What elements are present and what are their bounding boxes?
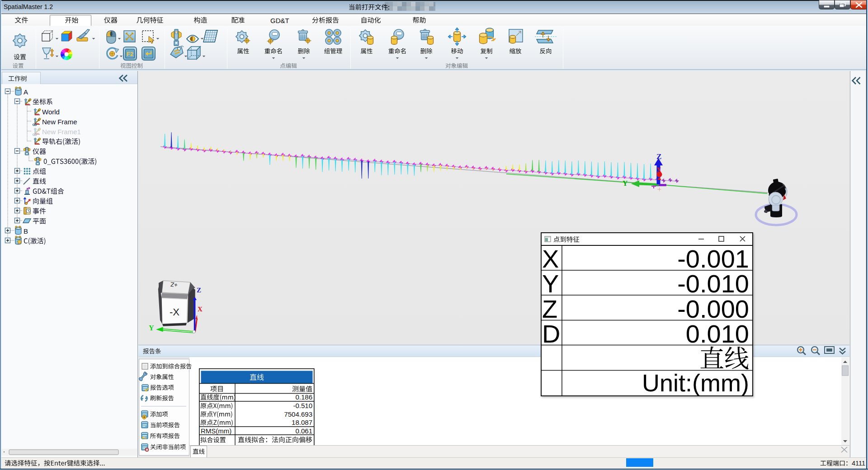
svg-text:-0.000: -0.000 (677, 295, 749, 323)
svg-text:X: X (542, 244, 559, 273)
svg-text:Unit:(mm): Unit:(mm) (642, 369, 749, 396)
svg-text:Y: Y (542, 269, 559, 298)
svg-text:-0.001: -0.001 (677, 244, 749, 273)
svg-text:D: D (542, 320, 560, 348)
svg-text:Z: Z (542, 295, 557, 323)
svg-text:0.010: 0.010 (686, 320, 749, 348)
svg-text:-0.010: -0.010 (677, 269, 749, 298)
